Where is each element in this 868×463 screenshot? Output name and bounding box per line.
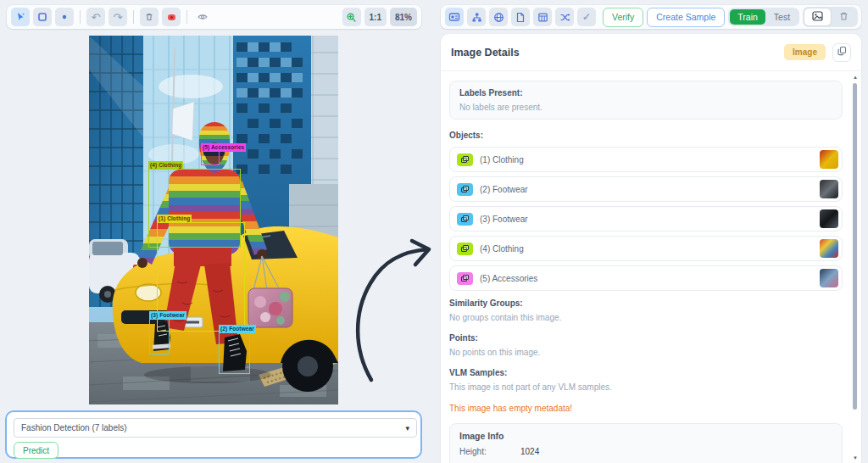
object-badge-icon (457, 153, 473, 166)
bounding-box[interactable] (149, 319, 170, 354)
object-thumbnail (820, 269, 838, 287)
labels-present-title: Labels Present: (459, 88, 832, 98)
object-label: (2) Footwear (480, 185, 528, 194)
train-test-segment: Train Test (728, 8, 799, 26)
point-icon (60, 13, 69, 21)
scroll-up-arrow[interactable]: ▲ (852, 75, 859, 80)
clear-annotations-button[interactable] (162, 8, 181, 26)
empty-metadata-warning: This image has empty metadata! (449, 404, 843, 413)
image-info-card: Image Info Height: 1024 Width: 683 (449, 423, 843, 463)
shuffle-icon (559, 12, 570, 23)
objects-list: (1) Clothing(2) Footwear(3) Footwear(4) … (449, 147, 843, 291)
trash-icon (839, 11, 849, 23)
details-header: Image Details Image (441, 34, 861, 71)
predict-panel: Fashion Detection (7 labels) ▾ Predict (5, 410, 422, 459)
object-row[interactable]: (4) Clothing (449, 236, 843, 261)
copy-button[interactable] (832, 43, 851, 62)
labels-present-card: Labels Present: No labels are present. (449, 81, 843, 120)
object-thumbnail (820, 239, 838, 258)
object-label: (4) Clothing (480, 244, 524, 254)
verify-button[interactable]: Verify (603, 8, 643, 27)
tab-globe[interactable] (489, 8, 508, 26)
tab-approve[interactable]: ✓ (577, 8, 596, 26)
train-toggle[interactable]: Train (730, 9, 765, 25)
image-details-icon (448, 11, 460, 23)
vlm-empty: This image is not part of any VLM sample… (449, 382, 843, 392)
undo-icon: ↶ (92, 11, 101, 24)
vlm-title: VLM Samples: (449, 368, 843, 377)
panel-title: Image Details (451, 47, 520, 59)
bounding-box-label: (2) Footwear (219, 325, 256, 333)
bounding-box[interactable] (201, 151, 220, 165)
object-label: (1) Clothing (480, 155, 524, 165)
document-icon (515, 12, 526, 23)
object-thumbnail (820, 150, 838, 169)
zoom-level-button[interactable]: 81% (390, 8, 417, 26)
zoom-in-button[interactable] (342, 8, 361, 26)
tab-hierarchy[interactable] (467, 8, 486, 26)
tab-table[interactable] (533, 8, 552, 26)
objects-title: Objects: (449, 131, 843, 140)
annotation-layer: (4) Clothing(1) Clothing(5) Accessories(… (89, 36, 338, 404)
delete-button[interactable] (140, 8, 159, 26)
visibility-toggle-button[interactable] (193, 8, 212, 26)
box-tool-button[interactable] (33, 8, 52, 26)
model-select[interactable]: Fashion Detection (7 labels) ▾ (14, 418, 417, 438)
object-row[interactable]: (5) Accessories (449, 265, 843, 291)
bounding-box-label: (5) Accessories (201, 143, 246, 152)
similarity-empty: No groups contain this image. (449, 313, 843, 322)
ai-select-tool-button[interactable] (11, 8, 30, 26)
trash-icon (144, 12, 154, 22)
object-row[interactable]: (2) Footwear (449, 176, 843, 202)
details-body: Labels Present: No labels are present. O… (441, 71, 861, 463)
bounding-box-label: (3) Footwear (149, 311, 186, 320)
image-view-toggle[interactable] (804, 8, 831, 25)
table-icon (537, 12, 548, 23)
image-canvas[interactable]: (4) Clothing(1) Clothing(5) Accessories(… (89, 36, 338, 404)
predict-button[interactable]: Predict (14, 442, 58, 459)
bounding-box-icon (37, 12, 47, 22)
tab-shuffle[interactable] (555, 8, 574, 26)
details-toolbar: ✓ Verify Create Sample Train Test (441, 5, 861, 29)
chevron-down-icon: ▾ (405, 424, 409, 432)
redo-button[interactable]: ↷ (108, 8, 127, 26)
zoom-reset-button[interactable]: 1:1 (364, 8, 387, 26)
bounding-box[interactable] (219, 332, 250, 374)
globe-icon (493, 12, 504, 23)
eye-icon (197, 11, 209, 23)
info-row-height: Height: 1024 (459, 447, 832, 456)
scrollbar-thumb[interactable] (853, 83, 857, 410)
remove-label-icon (166, 12, 177, 23)
object-thumbnail (820, 180, 838, 198)
view-segment (803, 7, 858, 27)
details-scrollbar: ▲ ▼ (852, 75, 859, 460)
toolbar-divider (186, 10, 187, 24)
test-toggle[interactable]: Test (766, 9, 798, 25)
zoom-in-icon (346, 12, 357, 23)
object-badge-icon (457, 213, 473, 226)
create-sample-button[interactable]: Create Sample (647, 8, 725, 27)
ai-cursor-icon (14, 11, 26, 23)
discard-toggle[interactable] (832, 8, 856, 25)
redo-icon: ↷ (114, 11, 123, 24)
object-thumbnail (820, 209, 838, 228)
object-badge-icon (457, 272, 473, 285)
tab-document[interactable] (511, 8, 530, 26)
object-row[interactable]: (3) Footwear (449, 206, 843, 232)
type-badge: Image (784, 44, 826, 60)
model-select-value: Fashion Detection (7 labels) (21, 423, 127, 432)
toolbar-divider (80, 10, 81, 24)
image-icon (812, 11, 823, 23)
tab-image-details[interactable] (445, 8, 464, 26)
scroll-down-arrow[interactable]: ▼ (852, 455, 859, 460)
similarity-title: Similarity Groups: (449, 298, 843, 308)
canvas-toolbar: ↶ ↷ 1:1 81% (7, 5, 421, 29)
undo-button[interactable]: ↶ (86, 8, 105, 26)
points-empty: No points on this image. (449, 348, 843, 357)
info-value: 1024 (520, 447, 539, 456)
point-tool-button[interactable] (55, 8, 74, 26)
object-badge-icon (457, 243, 473, 255)
image-info-title: Image Info (459, 431, 832, 441)
object-row[interactable]: (1) Clothing (449, 147, 843, 172)
object-label: (3) Footwear (480, 215, 528, 224)
